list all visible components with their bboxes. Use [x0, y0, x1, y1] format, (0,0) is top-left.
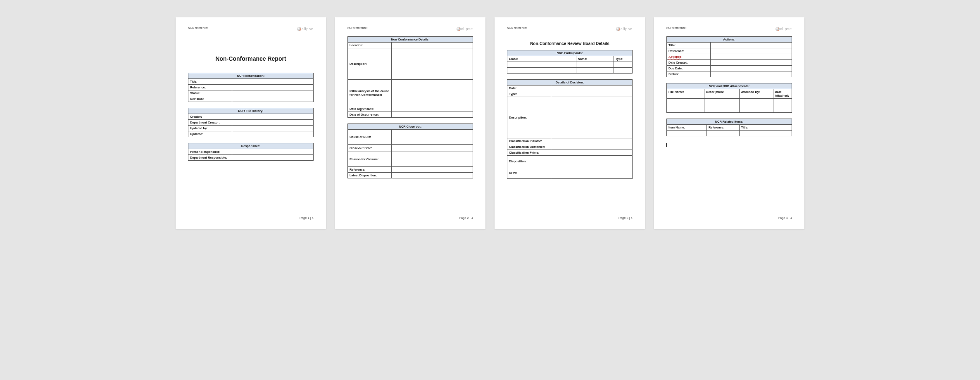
page-4: NCR reference: clipse Actions: Title: Re…: [654, 17, 804, 229]
table-row: Reference:: [667, 48, 792, 54]
page-title: Non-Conformance Review Board Details: [507, 41, 633, 46]
logo-icon: [457, 27, 461, 31]
table-caption: Details of Decision:: [507, 80, 633, 86]
table-row: Reference:: [348, 167, 473, 173]
page-title: Non-Conformance Report: [188, 55, 314, 62]
page-footer: Page 4 | 4: [778, 216, 792, 220]
table-row: [667, 131, 792, 136]
table-row: Reason for Closure:: [348, 152, 473, 167]
table-row: Close-out Date:: [348, 145, 473, 152]
table-row: Classification Customer:: [507, 144, 633, 150]
table-row: Department Creator:: [188, 120, 314, 126]
table-row: Type:: [507, 91, 633, 97]
table-row: Initial analysis of the cause for Non-Co…: [348, 80, 473, 106]
ncr-reference-label: NCR reference:: [666, 26, 687, 29]
document-pages-container: NCR reference: clipse Non-Conformance Re…: [12, 17, 968, 229]
table-row: Classification Initiator:: [507, 138, 633, 144]
ncr-file-history-table: NCR File History: Creator: Department Cr…: [188, 108, 314, 137]
logo-text: clipse: [621, 27, 633, 31]
ncr-identification-table: NCR Identification: Title: Reference: St…: [188, 73, 314, 102]
ncr-reference-label: NCR reference:: [347, 26, 368, 29]
page-footer: Page 2 | 4: [459, 216, 473, 220]
table-row: Date of Occurrence:: [348, 112, 473, 118]
page-footer: Page 3 | 4: [618, 216, 633, 220]
ncr-reference-label: NCR reference:: [507, 26, 527, 29]
table-row: [507, 62, 633, 68]
table-row: RFW:: [507, 167, 633, 179]
table-row: Date Created:: [667, 60, 792, 66]
table-row: [667, 99, 792, 113]
table-row: Latest Disposition:: [348, 173, 473, 178]
logo-icon: [297, 27, 301, 31]
logo-icon: [616, 27, 620, 31]
table-caption: NCR File History:: [188, 108, 314, 114]
responsible-table: Responsible: Person Responsible: Departm…: [188, 143, 314, 161]
eclipse-logo: clipse: [297, 26, 314, 31]
table-row: Due Date:: [667, 66, 792, 71]
table-caption: NRB Participants:: [507, 50, 633, 56]
table-header-row: File Name: Description: Attached By: Dat…: [667, 89, 792, 99]
table-row: Creator:: [188, 114, 314, 120]
table-row: Title:: [188, 79, 314, 85]
table-row: Location:: [348, 43, 473, 48]
attachments-table: NCR and NRB Attachments: File Name: Desc…: [666, 83, 792, 113]
table-header-row: Item Name: Reference: Title:: [667, 125, 792, 131]
table-caption: NCR and NRB Attachments:: [667, 83, 792, 89]
eclipse-logo: clipse: [457, 26, 473, 31]
table-caption: NCR Related Items:: [667, 119, 792, 125]
eclipse-logo: clipse: [775, 26, 792, 31]
table-row: Actionee:: [667, 54, 792, 60]
table-row: Updated:: [188, 131, 314, 137]
table-row: Department Responsible:: [188, 155, 314, 161]
ncr-reference-label: NCR reference:: [188, 26, 208, 29]
page-2: NCR reference: clipse Non-Conformance De…: [335, 17, 485, 229]
table-caption: Non-Conformance Details:: [348, 37, 473, 43]
logo-text: clipse: [461, 27, 473, 31]
details-of-decision-table: Details of Decision: Date: Type: Descrip…: [507, 79, 633, 179]
table-row: Revision:: [188, 96, 314, 102]
table-header-row: Email: Name: Type:: [507, 56, 633, 62]
table-row: Updated by:: [188, 126, 314, 131]
table-row: Classification Prime:: [507, 150, 633, 156]
page-1: NCR reference: clipse Non-Conformance Re…: [176, 17, 326, 229]
ncr-closeout-table: NCR Close-out: Cause of NCR: Close-out D…: [347, 124, 473, 178]
table-caption: NCR Close-out:: [348, 124, 473, 130]
eclipse-logo: clipse: [616, 26, 633, 31]
table-row: Status:: [667, 71, 792, 77]
table-caption: Responsible:: [188, 143, 314, 149]
table-row: Description:: [348, 48, 473, 80]
table-row: Disposition:: [507, 156, 633, 167]
table-row: [507, 68, 633, 74]
table-row: Title:: [667, 43, 792, 48]
related-items-table: NCR Related Items: Item Name: Reference:…: [666, 119, 792, 136]
table-caption: Actions:: [667, 37, 792, 43]
nrb-participants-table: NRB Participants: Email: Name: Type:: [507, 50, 633, 74]
table-caption: NCR Identification:: [188, 73, 314, 79]
table-row: Status:: [188, 90, 314, 96]
table-row: Reference:: [188, 85, 314, 90]
table-row: Description:: [507, 97, 633, 138]
text-cursor[interactable]: [666, 143, 792, 147]
logo-text: clipse: [302, 27, 314, 31]
logo-text: clipse: [780, 27, 792, 31]
table-row: Date Significant:: [348, 106, 473, 112]
actionee-label: Actionee:: [667, 54, 711, 60]
table-row: Cause of NCR:: [348, 130, 473, 145]
page-footer: Page 1 | 4: [300, 216, 314, 220]
page-3: NCR reference: clipse Non-Conformance Re…: [495, 17, 645, 229]
actions-table: Actions: Title: Reference: Actionee: Dat…: [666, 36, 792, 77]
table-row: Date:: [507, 86, 633, 91]
logo-icon: [775, 27, 780, 31]
nonconformance-details-table: Non-Conformance Details: Location: Descr…: [347, 36, 473, 118]
table-row: Person Responsible:: [188, 149, 314, 155]
